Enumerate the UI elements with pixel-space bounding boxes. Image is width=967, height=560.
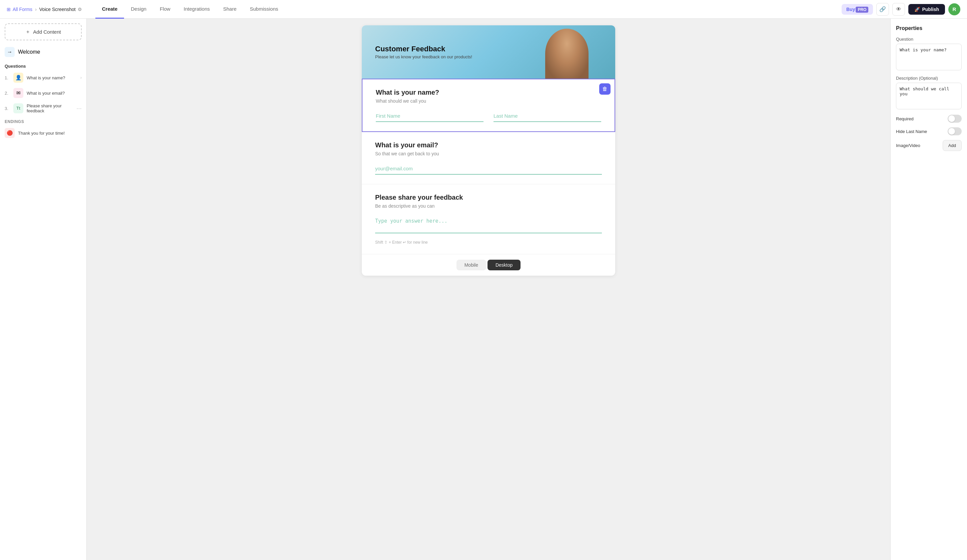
hide-last-name-label: Hide Last Name bbox=[896, 129, 927, 134]
question-3-desc: Be as descriptive as you can bbox=[375, 203, 602, 209]
question-prop-label: Question bbox=[896, 37, 962, 42]
publish-label: Publish bbox=[922, 7, 939, 12]
sidebar-welcome[interactable]: → Welcome bbox=[0, 44, 86, 60]
required-label: Required bbox=[896, 116, 914, 121]
buy-pro-button[interactable]: BuyPRO bbox=[842, 4, 873, 15]
mobile-toggle-button[interactable]: Mobile bbox=[457, 260, 486, 270]
main-layout: ＋ Add Content → Welcome Questions 1. 👤 W… bbox=[0, 19, 967, 560]
view-toggle: Mobile Desktop bbox=[362, 254, 615, 276]
sidebar: ＋ Add Content → Welcome Questions 1. 👤 W… bbox=[0, 19, 87, 560]
hint-text: Shift ⇧ + Enter ↵ for new line bbox=[375, 240, 602, 245]
publish-button[interactable]: 🚀 Publish bbox=[908, 4, 945, 15]
question-block-3[interactable]: Please share your feedback Be as descrip… bbox=[362, 184, 615, 254]
tab-share[interactable]: Share bbox=[216, 0, 243, 19]
description-prop-label: Description (Optional) bbox=[896, 76, 962, 81]
toggle-knob-2 bbox=[948, 128, 955, 135]
buy-label: Buy bbox=[846, 7, 855, 12]
all-forms-label: All Forms bbox=[13, 7, 32, 12]
properties-panel: Properties Question What is your name? D… bbox=[890, 19, 967, 560]
endings-section-title: Endings bbox=[0, 116, 86, 125]
question-2-icon: ✉ bbox=[13, 88, 23, 98]
rocket-icon: 🚀 bbox=[914, 7, 920, 12]
question-1-title: What is your name? bbox=[376, 89, 601, 96]
welcome-icon: → bbox=[5, 47, 15, 57]
question-2-number: 2. bbox=[5, 91, 10, 96]
questions-section-title: Questions bbox=[0, 60, 86, 70]
question-1-number: 1. bbox=[5, 75, 10, 80]
add-content-button[interactable]: ＋ Add Content bbox=[5, 23, 82, 40]
question-2-label: What is your email? bbox=[27, 91, 82, 96]
description-prop-textarea[interactable]: What should we call you bbox=[896, 83, 962, 109]
first-name-input[interactable] bbox=[376, 110, 484, 122]
question-1-icon: 👤 bbox=[13, 72, 23, 83]
question-block-2[interactable]: What is your email? So that we can get b… bbox=[362, 132, 615, 184]
more-options-icon[interactable]: ⋯ bbox=[76, 105, 82, 112]
add-media-button[interactable]: Add bbox=[943, 140, 962, 151]
question-2-title: What is your email? bbox=[375, 141, 602, 149]
avatar[interactable]: R bbox=[948, 3, 960, 15]
plus-icon: ＋ bbox=[25, 29, 30, 35]
question-1-desc: What should we call you bbox=[376, 98, 601, 104]
link-icon: 🔗 bbox=[879, 6, 886, 12]
question-1-label: What is your name? bbox=[27, 75, 77, 80]
preview-icon-button[interactable]: 👁 bbox=[892, 3, 905, 16]
required-toggle[interactable] bbox=[948, 115, 962, 123]
chevron-right-icon: › bbox=[80, 75, 82, 80]
breadcrumb: ⊞ All Forms › Voice Screenshot ⚙ bbox=[7, 7, 82, 12]
top-navigation: ⊞ All Forms › Voice Screenshot ⚙ Create … bbox=[0, 0, 967, 19]
question-2-desc: So that we can get back to you bbox=[375, 151, 602, 156]
hide-last-name-toggle[interactable] bbox=[948, 127, 962, 135]
eye-icon: 👁 bbox=[896, 7, 901, 12]
current-form-breadcrumb: Voice Screenshot ⚙ bbox=[40, 7, 82, 12]
welcome-label: Welcome bbox=[18, 49, 40, 55]
all-forms-link[interactable]: ⊞ All Forms bbox=[7, 7, 32, 12]
nav-tabs: Create Design Flow Integrations Share Su… bbox=[96, 0, 842, 19]
last-name-input[interactable] bbox=[493, 110, 601, 122]
name-fields bbox=[376, 110, 601, 122]
form-header-image: Customer Feedback Please let us know you… bbox=[362, 25, 615, 79]
toggle-knob bbox=[948, 115, 955, 122]
settings-icon[interactable]: ⚙ bbox=[78, 7, 82, 12]
desktop-toggle-button[interactable]: Desktop bbox=[487, 260, 520, 270]
question-3-number: 3. bbox=[5, 106, 10, 111]
link-icon-button[interactable]: 🔗 bbox=[876, 3, 889, 16]
form-header-subtitle: Please let us know your feedback on our … bbox=[375, 54, 472, 59]
person-illustration bbox=[545, 29, 589, 79]
tab-submissions[interactable]: Submissions bbox=[243, 0, 285, 19]
tab-design[interactable]: Design bbox=[124, 0, 153, 19]
image-video-label: Image/Video bbox=[896, 143, 920, 148]
tab-integrations[interactable]: Integrations bbox=[177, 0, 216, 19]
question-3-title: Please share your feedback bbox=[375, 194, 602, 201]
avatar-initials: R bbox=[953, 7, 956, 12]
question-prop-textarea[interactable]: What is your name? bbox=[896, 44, 962, 70]
sidebar-item-question-3[interactable]: 3. Tt Please share your feedback ⋯ bbox=[0, 100, 86, 116]
delete-button[interactable]: 🗑 bbox=[599, 83, 611, 95]
canvas: Customer Feedback Please let us know you… bbox=[87, 19, 890, 560]
form-header-overlay: Customer Feedback Please let us know you… bbox=[375, 44, 472, 59]
person-body bbox=[545, 29, 589, 79]
ending-icon: 🔴 bbox=[5, 128, 15, 138]
question-block-1[interactable]: 🗑 What is your name? What should we call… bbox=[362, 79, 615, 132]
tab-flow[interactable]: Flow bbox=[153, 0, 177, 19]
required-row: Required bbox=[896, 115, 962, 123]
panel-title: Properties bbox=[896, 25, 962, 31]
sidebar-item-question-1[interactable]: 1. 👤 What is your name? › bbox=[0, 70, 86, 85]
form-header-title: Customer Feedback bbox=[375, 44, 472, 53]
feedback-textarea[interactable] bbox=[375, 215, 602, 233]
tab-create[interactable]: Create bbox=[96, 0, 124, 19]
image-video-row: Image/Video Add bbox=[896, 140, 962, 151]
question-3-label: Please share your feedback bbox=[27, 103, 73, 113]
grid-icon: ⊞ bbox=[7, 7, 11, 12]
add-content-label: Add Content bbox=[33, 29, 61, 35]
sidebar-ending-item[interactable]: 🔴 Thank you for your time! bbox=[0, 125, 86, 141]
current-form-label: Voice Screenshot bbox=[40, 7, 76, 12]
email-input[interactable] bbox=[375, 163, 602, 175]
question-3-icon: Tt bbox=[13, 103, 23, 113]
ending-label: Thank you for your time! bbox=[18, 131, 82, 136]
pro-label: PRO bbox=[856, 7, 868, 13]
nav-actions: BuyPRO 🔗 👁 🚀 Publish R bbox=[842, 3, 960, 16]
hide-last-name-row: Hide Last Name bbox=[896, 127, 962, 135]
form-preview: Customer Feedback Please let us know you… bbox=[362, 25, 615, 276]
breadcrumb-arrow: › bbox=[35, 7, 37, 12]
sidebar-item-question-2[interactable]: 2. ✉ What is your email? bbox=[0, 85, 86, 100]
